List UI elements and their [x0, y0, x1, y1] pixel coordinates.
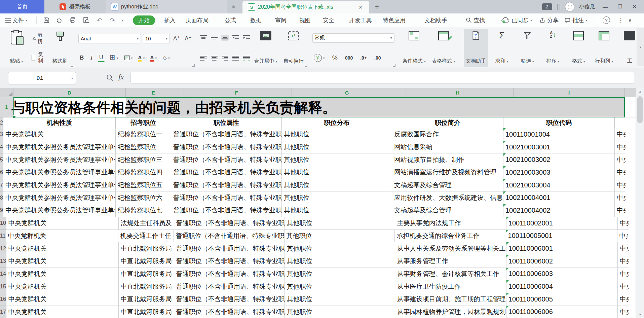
menu-tab-page-layout[interactable]: 页面布局: [186, 13, 209, 27]
ribbon-expand-strip[interactable]: ›: [637, 28, 644, 66]
restore-button[interactable]: ❐: [615, 4, 625, 10]
wrap-text-button[interactable]: ↵ 自动换行: [281, 29, 306, 67]
menu-tab-dev-tools[interactable]: 开发工具: [349, 13, 372, 27]
comma-style-button[interactable]: 000: [344, 55, 354, 61]
cell-org-type[interactable]: 中央党群机关参照公务员法管理事业单位: [3, 153, 116, 166]
cell-recruit-position[interactable]: 中直北戴河服务局: [119, 242, 174, 255]
cell-position-code[interactable]: 100110006006: [506, 306, 618, 318]
cell-position-code[interactable]: 100210003002: [503, 153, 615, 166]
row-number[interactable]: 17: [0, 306, 6, 318]
cell-position-code[interactable]: 100210004002: [503, 204, 615, 217]
cell-position-intro[interactable]: 应用软件研发、大数据系统建设、信息化: [392, 191, 503, 204]
cell-position-attribute[interactable]: 普通职位（不含非通用语、特殊专业职位）: [174, 268, 285, 281]
dialog-launcher-icon[interactable]: [71, 64, 73, 67]
cell-outside-selection[interactable]: [625, 97, 636, 117]
column-header-e[interactable]: E: [126, 88, 181, 97]
cell-recruit-position[interactable]: 中直北戴河服务局: [119, 255, 174, 268]
row-number[interactable]: 5: [0, 153, 3, 166]
cell-position-code[interactable]: 100110006001: [506, 242, 618, 255]
cell-recruit-position[interactable]: 中直北戴河服务局: [119, 268, 174, 281]
formula-input[interactable]: [130, 72, 634, 84]
new-tab-button[interactable]: +: [369, 0, 385, 13]
dialog-launcher-icon[interactable]: [192, 64, 195, 67]
row-number[interactable]: 9: [0, 204, 3, 217]
paste-button[interactable]: 粘贴 ▾: [5, 29, 28, 67]
cell-position-intro[interactable]: 网站信息采编: [392, 141, 503, 154]
row-number[interactable]: 15: [0, 280, 6, 293]
row-number[interactable]: 11: [0, 230, 6, 243]
cell-overflow-partial[interactable]: 中央: [615, 179, 626, 192]
avatar[interactable]: [565, 2, 574, 11]
cell-recruit-position[interactable]: 纪检监察职位四: [116, 166, 171, 179]
decrease-indent-button[interactable]: [232, 35, 239, 41]
cell-position-code[interactable]: 100210003003: [503, 166, 615, 179]
copy-button[interactable]: 复制: [30, 50, 46, 65]
cell-position-intro[interactable]: 文稿起草及综合管理: [392, 204, 503, 217]
menu-tab-insert[interactable]: 插入: [164, 13, 176, 27]
cell-recruit-position[interactable]: 纪检监察职位一: [116, 128, 171, 141]
number-format-select[interactable]: 常规▾: [312, 33, 394, 43]
cell-org-type[interactable]: 中央党群机关参照公务员法管理事业单位: [3, 204, 116, 217]
cell-position-code[interactable]: 100110006004: [506, 280, 618, 293]
row-number[interactable]: 2: [0, 117, 3, 128]
borders-button[interactable]: 田▾: [109, 54, 120, 62]
header-position-code[interactable]: 职位代码: [503, 117, 615, 128]
cell-position-distribution[interactable]: 其他职位: [285, 306, 395, 318]
format-button[interactable]: 格式 ▾: [567, 29, 590, 67]
cell-overflow-partial[interactable]: 中央: [618, 217, 629, 230]
cell-recruit-position[interactable]: 纪检监察职位七: [116, 204, 171, 217]
font-size-select[interactable]: 10▾: [143, 34, 170, 43]
align-center-button[interactable]: [211, 55, 218, 61]
menu-tab-home[interactable]: 开始: [133, 13, 155, 27]
cell-position-distribution[interactable]: 其他职位: [285, 230, 395, 243]
doc-assistant-button[interactable]: 文档助手: [464, 29, 488, 67]
comments-button[interactable]: 批注▾: [564, 13, 587, 27]
cell-position-code[interactable]: 100210004001: [503, 191, 615, 204]
cell-position-attribute[interactable]: 普通职位（不含非通用语、特殊专业职位）: [174, 242, 285, 255]
undo-button[interactable]: ↶: [97, 13, 102, 27]
cell-position-attribute[interactable]: 普通职位（不含非通用语、特殊专业职位）: [171, 191, 282, 204]
decrease-decimal-button[interactable]: .00: [373, 55, 382, 61]
minimize-button[interactable]: —: [600, 4, 610, 10]
align-bottom-button[interactable]: [221, 35, 229, 41]
cell-position-distribution[interactable]: 其他职位: [285, 293, 395, 306]
cell-position-distribution[interactable]: 其他职位: [282, 153, 392, 166]
cell-position-attribute[interactable]: 普通职位（不含非通用语、特殊专业职位）: [174, 280, 285, 293]
conditional-format-button[interactable]: 条件格式 ▾: [401, 29, 428, 67]
name-box[interactable]: D1 ▾: [8, 72, 76, 84]
cut-button[interactable]: 剪切: [30, 31, 46, 45]
scroll-up-icon[interactable]: ▲: [636, 88, 644, 95]
cell-position-distribution[interactable]: 其他职位: [282, 204, 392, 217]
save-as-button[interactable]: [56, 13, 63, 27]
cell-recruit-position[interactable]: 纪检监察职位二: [116, 141, 171, 154]
header-position-attribute[interactable]: 职位属性: [171, 117, 282, 128]
increase-decimal-button[interactable]: .0+: [359, 55, 368, 61]
notification-badge[interactable]: 2: [542, 3, 552, 10]
cell-org-type[interactable]: 中央党群机关: [6, 306, 119, 318]
column-header-i[interactable]: I: [514, 88, 625, 97]
tab-python-doc[interactable]: Wpython作业.doc: [106, 0, 227, 13]
row-number[interactable]: 10: [0, 217, 6, 230]
menu-tab-special-features[interactable]: 特色应用: [383, 13, 406, 27]
row-number[interactable]: 14: [0, 268, 6, 281]
cell-recruit-position[interactable]: 纪检监察职位三: [116, 153, 171, 166]
cell-position-intro[interactable]: 从事服务管理工作: [395, 255, 506, 268]
dialog-launcher-icon[interactable]: [393, 64, 395, 67]
header-position-distribution[interactable]: 职位分布: [282, 117, 392, 128]
cell-org-type[interactable]: 中央党群机关: [6, 280, 119, 293]
increase-indent-button[interactable]: [243, 35, 250, 41]
column-header-d[interactable]: D: [13, 88, 126, 97]
row-number[interactable]: 3: [0, 128, 3, 141]
find-button[interactable]: 查找: [466, 13, 485, 27]
justify-button[interactable]: [232, 55, 239, 61]
cell-position-attribute[interactable]: 普通职位（不含非通用语、特殊专业职位）: [174, 293, 285, 306]
cell-overflow-partial[interactable]: 中央: [618, 306, 629, 318]
cell-recruit-position[interactable]: 法规处主任科员及: [119, 217, 174, 230]
cell-position-intro[interactable]: 反腐败国际合作: [392, 128, 503, 141]
cell-position-distribution[interactable]: 其他职位: [285, 217, 395, 230]
cell-org-type[interactable]: 中央党群机关: [3, 128, 116, 141]
menu-tab-security[interactable]: 安全: [323, 13, 334, 27]
bold-button[interactable]: B: [78, 54, 85, 62]
header-position-intro[interactable]: 职位简介: [392, 117, 503, 128]
cell-overflow-partial[interactable]: 中央: [615, 166, 626, 179]
